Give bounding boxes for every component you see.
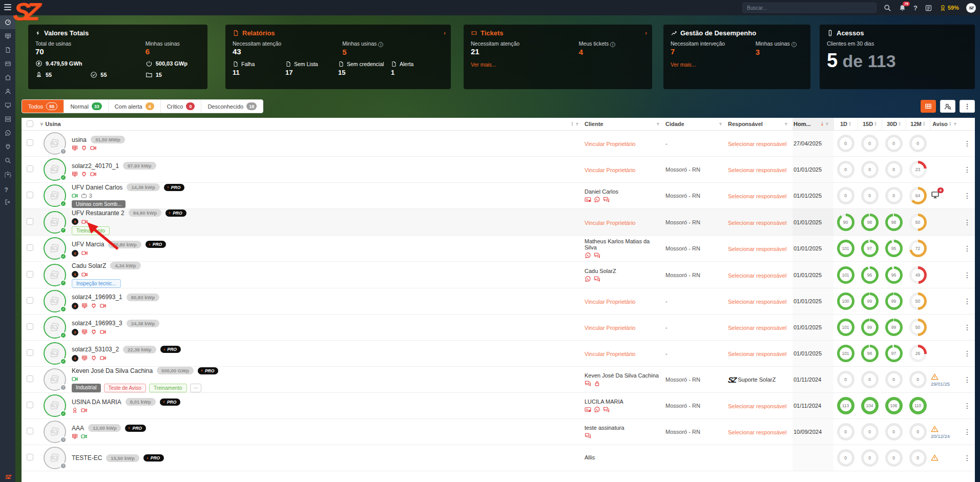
plant-avatar[interactable]: ✓ <box>44 184 66 207</box>
gestao-ver-mais-link[interactable]: Ver mais... <box>671 61 803 68</box>
plant-tag[interactable]: Usinas com Somb... <box>72 200 126 208</box>
plant-name[interactable]: UFV Restaurante 2 <box>72 209 124 217</box>
link-vincular-proprietario[interactable]: Vincular Proprietário <box>585 351 635 357</box>
chevron-right-icon[interactable]: › <box>444 30 446 36</box>
chevron-right-icon[interactable]: › <box>645 30 647 36</box>
user-avatar[interactable]: SZ <box>966 3 976 13</box>
row-menu-button[interactable]: ⋮ <box>964 271 971 279</box>
plant-tag[interactable]: Treinamento <box>72 226 110 235</box>
table-row[interactable]: ?usina31,50 MWpVincular Proprietário-Sel… <box>22 131 975 157</box>
gamification-medal[interactable]: 59% <box>940 5 959 11</box>
sidebar-item-logout[interactable] <box>0 195 15 209</box>
filter-funnel-icon[interactable] <box>718 122 723 127</box>
filter-tab-critico[interactable]: Crítico0 <box>161 100 202 113</box>
row-menu-button[interactable]: ⋮ <box>964 323 971 331</box>
chat-icon[interactable] <box>594 276 600 282</box>
sidebar-item-integrations[interactable] <box>0 140 15 154</box>
filter-funnel-icon[interactable] <box>656 122 660 127</box>
row-checkbox[interactable] <box>27 402 33 408</box>
filter-tab-com-alerta[interactable]: Com alerta4 <box>109 100 161 113</box>
sidebar-item-devices[interactable] <box>0 98 15 112</box>
table-row[interactable]: ?Keven José Da Silva Cachina500,00 GWpPR… <box>22 367 975 393</box>
row-menu-button[interactable]: ⋮ <box>964 139 971 148</box>
table-row[interactable]: ✓solarz2_40170_197,93 kWpVincular Propri… <box>22 157 975 183</box>
help-icon[interactable]: ? <box>913 4 918 12</box>
client-search-button[interactable] <box>940 100 955 113</box>
card-relatorios[interactable]: › Relatórios Necessitam atenção43 Minhas… <box>225 25 451 89</box>
plant-avatar[interactable]: ✓ <box>44 237 66 260</box>
search-input[interactable] <box>742 3 877 13</box>
link-selecionar-responsavel[interactable]: Selecionar responsável <box>728 325 786 331</box>
plant-name[interactable]: TESTE-EC <box>72 454 102 462</box>
table-row[interactable]: ✓UFV Daniel Carlos14,39 kWpPRO3Usinas co… <box>22 183 975 209</box>
link-selecionar-responsavel[interactable]: Selecionar responsável <box>728 193 786 199</box>
sidebar-item-clients[interactable] <box>0 85 15 98</box>
whatsapp-icon[interactable] <box>585 252 591 259</box>
col-30d[interactable]: 30D <box>887 121 897 127</box>
chat-icon[interactable] <box>585 432 591 439</box>
col-1d[interactable]: 1D <box>840 121 847 127</box>
select-all-checkbox[interactable] <box>27 120 33 127</box>
sort-icon[interactable]: ▲▼ <box>848 121 851 127</box>
sort-icon[interactable]: ▲▼ <box>874 121 877 127</box>
row-menu-button[interactable]: ⋮ <box>964 297 971 305</box>
filter-tab-normal[interactable]: Normal33 <box>64 100 108 113</box>
sort-icon[interactable]: ▲▼ <box>571 121 574 127</box>
card-gestao-desempenho[interactable]: Gestão de Desempenho Necessitam interveç… <box>663 25 810 89</box>
sidebar-item-lists[interactable] <box>0 112 15 126</box>
col-responsavel[interactable]: Responsável <box>728 121 763 127</box>
plant-avatar[interactable]: ✓ <box>44 316 66 339</box>
idcard-icon[interactable] <box>585 406 591 413</box>
plant-name[interactable]: solarz4_196993_1 <box>72 294 122 301</box>
row-checkbox[interactable] <box>27 165 33 172</box>
col-15d[interactable]: 15D <box>863 121 873 127</box>
warning-icon[interactable]: 29/01/25 <box>931 373 950 387</box>
table-row[interactable]: ✓Cadu SolarZ4,34 kWpsInspeção tecnic...C… <box>22 262 975 288</box>
col-hom[interactable]: Hom... <box>794 121 811 127</box>
sidebar-item-gallery[interactable] <box>0 57 15 71</box>
warning-icon[interactable] <box>931 454 939 462</box>
card-tickets[interactable]: › Tickets Necessitam atenção21 Meus tick… <box>464 25 652 89</box>
whatsapp-icon[interactable] <box>594 406 600 413</box>
link-selecionar-responsavel[interactable]: Selecionar responsável <box>728 351 786 357</box>
expand-all-icon[interactable]: ∨ <box>40 121 44 127</box>
plant-avatar[interactable]: ? <box>44 368 66 391</box>
news-icon[interactable] <box>925 4 932 12</box>
link-selecionar-responsavel[interactable]: Selecionar responsável <box>728 429 786 435</box>
link-selecionar-responsavel[interactable]: Selecionar responsável <box>728 246 786 252</box>
notifications-bell-icon[interactable]: 79 <box>899 4 906 12</box>
sidebar-item-search[interactable] <box>0 154 15 167</box>
table-options-button[interactable]: ⋮ <box>960 100 975 113</box>
link-vincular-proprietario[interactable]: Vincular Proprietário <box>585 220 635 226</box>
plant-name[interactable]: solarz4_196993_3 <box>72 320 122 327</box>
plant-name[interactable]: USINA DA MARIA <box>72 399 121 406</box>
row-menu-button[interactable]: ⋮ <box>964 349 971 358</box>
plant-name[interactable]: Keven José Da Silva Cachina <box>72 367 153 374</box>
filter-funnel-icon[interactable] <box>784 122 788 127</box>
table-row[interactable]: ?TESTE-EC15,50 kWpPROAllis0000⋮ <box>22 445 975 471</box>
link-selecionar-responsavel[interactable]: Selecionar responsável <box>728 141 786 147</box>
sidebar-item-reports[interactable] <box>0 43 15 57</box>
plant-avatar[interactable]: ? <box>44 421 66 443</box>
table-row[interactable]: ✓solarz4_196993_324,38 kWpsVincular Prop… <box>22 315 975 341</box>
filter-tab-desconhecido[interactable]: Desconhecido18 <box>201 100 263 113</box>
plant-name[interactable]: solarz3_53103_2 <box>72 346 119 353</box>
whatsapp-icon[interactable] <box>594 196 600 203</box>
plant-tag[interactable]: Industrial <box>72 384 101 392</box>
row-checkbox[interactable] <box>27 297 33 304</box>
plant-name[interactable]: solarz2_40170_1 <box>72 162 119 170</box>
col-cliente[interactable]: Cliente <box>585 121 603 127</box>
warning-icon[interactable]: 20/12/24 <box>931 425 950 439</box>
filter-funnel-icon[interactable] <box>953 122 957 127</box>
row-checkbox[interactable] <box>27 218 33 225</box>
link-selecionar-responsavel[interactable]: Selecionar responsável <box>728 167 786 173</box>
row-menu-button[interactable]: ⋮ <box>964 428 971 436</box>
whatsapp-icon[interactable] <box>585 276 591 282</box>
plant-avatar[interactable]: ✓ <box>44 290 66 312</box>
link-selecionar-responsavel[interactable]: Selecionar responsável <box>728 299 786 305</box>
plants-grid-button[interactable] <box>921 100 936 113</box>
row-menu-button[interactable]: ⋮ <box>964 454 971 462</box>
plant-avatar[interactable]: ✓ <box>44 264 66 286</box>
table-row[interactable]: ✓USINA DA MARIA8,01 kWpPROLUCILA MARIAMo… <box>22 393 975 419</box>
plant-name[interactable]: UFV Marcia <box>72 241 104 248</box>
